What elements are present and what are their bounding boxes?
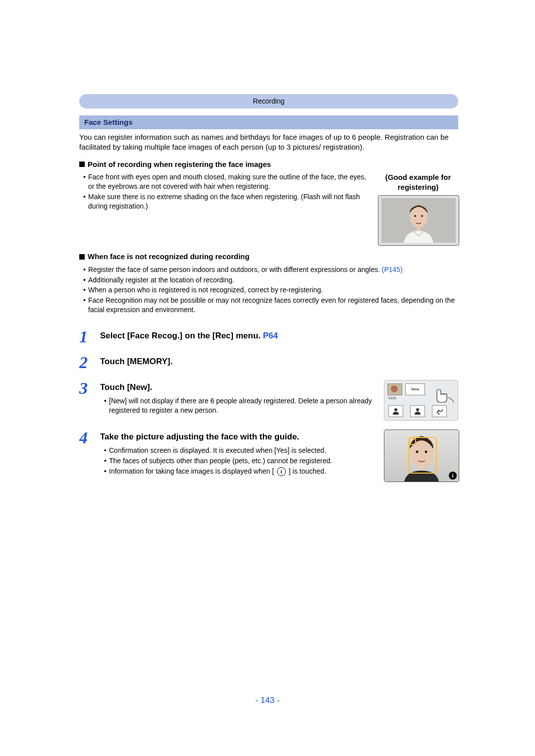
good-example-label: (Good example for registering) <box>378 172 458 193</box>
step-1: 1 Select [Face Recog.] on the [Rec] menu… <box>79 328 458 345</box>
step-number: 4 <box>79 430 94 446</box>
square-bullet-icon <box>79 162 85 167</box>
page-number: - 143 - <box>0 695 535 706</box>
category-header: Recording <box>79 94 458 108</box>
list-item: The faces of subjects other than people … <box>104 456 378 466</box>
list-item: Make sure there is no extreme shading on… <box>83 192 369 211</box>
step-title-text: Select [Face Recog.] on the [Rec] menu. <box>100 331 263 340</box>
list-item: When a person who is registered is not r… <box>83 285 458 295</box>
hand-pointer-icon <box>434 387 456 404</box>
svg-point-3 <box>421 215 423 217</box>
page-link-p64[interactable]: P64 <box>263 331 278 340</box>
sub1-row: Face front with eyes open and mouth clos… <box>79 172 458 246</box>
info-glyph: i <box>280 469 282 475</box>
list-item: Register the face of same person indoors… <box>83 265 458 274</box>
person-icon <box>414 408 422 415</box>
step-title: Select [Face Recog.] on the [Rec] menu. … <box>100 331 278 340</box>
step-3: 3 Touch [New]. [New] will not display if… <box>79 380 458 421</box>
step-title: Touch [New]. <box>100 382 378 393</box>
person-icon <box>392 408 400 415</box>
step3-notes: [New] will not display if there are 6 pe… <box>100 396 378 415</box>
step4-notes: Confirmation screen is displayed. It is … <box>100 446 378 476</box>
return-icon-box <box>432 405 447 417</box>
list-item: Information for taking face images is di… <box>104 467 378 476</box>
example-col: (Good example for registering) <box>378 172 458 246</box>
subhead-point-of-recording: Point of recording when registering the … <box>79 160 458 169</box>
svg-point-6 <box>416 408 419 411</box>
step-number: 2 <box>79 354 94 371</box>
intro-paragraph: You can register information such as nam… <box>79 132 458 153</box>
category-label: Recording <box>253 97 285 105</box>
manual-page: Recording Face Settings You can register… <box>0 0 535 756</box>
step-title: Take the picture adjusting the face with… <box>100 432 378 443</box>
new-button-label: New <box>411 387 419 392</box>
info-icon[interactable]: i <box>449 472 457 480</box>
step-title: Touch [MEMORY]. <box>100 357 172 366</box>
registered-name-label: KEN <box>388 396 396 400</box>
new-button[interactable]: New <box>405 383 425 395</box>
step-body: Select [Face Recog.] on the [Rec] menu. … <box>100 328 458 342</box>
step-4: 4 Take the picture adjusting the face wi… <box>79 430 458 482</box>
ui-bottom-row <box>388 405 447 417</box>
info-icon: i <box>277 467 286 476</box>
info-glyph: i <box>452 472 453 480</box>
subhead-not-recognized: When face is not recognized during recor… <box>79 252 458 262</box>
sub1-bullets-col: Face front with eyes open and mouth clos… <box>79 172 369 216</box>
svg-point-5 <box>394 408 397 411</box>
face-guide-photo: i <box>384 430 459 482</box>
sub2-bullet-list: Register the face of same person indoors… <box>79 265 458 315</box>
person-slot-icon <box>410 405 425 417</box>
steps-list: 1 Select [Face Recog.] on the [Rec] menu… <box>79 328 458 482</box>
step4-illustration: i <box>384 430 458 482</box>
subhead-text: Point of recording when registering the … <box>88 160 271 168</box>
subhead-text: When face is not recognized during recor… <box>88 252 250 261</box>
example-photo <box>378 195 459 246</box>
person-slot-icon <box>388 405 403 417</box>
ui-screenshot-new: New KEN <box>384 380 458 421</box>
note-text-post: ] is touched. <box>289 467 326 475</box>
list-item: Face Recognition may not be possible or … <box>83 296 458 315</box>
page-link-p145[interactable]: (P145) <box>382 266 403 273</box>
face-guide-frame-icon <box>408 437 437 474</box>
step-2: 2 Touch [MEMORY]. <box>79 354 458 371</box>
step3-illustration: New KEN <box>384 380 458 421</box>
section-title-bar: Face Settings <box>79 115 458 129</box>
note-text-pre: Information for taking face images is di… <box>109 467 274 475</box>
svg-point-2 <box>414 215 416 217</box>
example-photo-inner <box>381 199 456 242</box>
list-item: Confirmation screen is displayed. It is … <box>104 446 378 455</box>
step-body: Touch [MEMORY]. <box>100 354 458 368</box>
bullet-text: Register the face of same person indoors… <box>88 266 380 273</box>
person-face-icon <box>381 198 456 243</box>
list-item: Additionally register at the location of… <box>83 275 458 285</box>
square-bullet-icon <box>79 254 85 260</box>
step-number: 1 <box>79 328 94 345</box>
step-number: 3 <box>79 380 94 397</box>
registered-face-thumb <box>387 383 402 395</box>
list-item: [New] will not display if there are 6 pe… <box>104 396 378 415</box>
step-body: Take the picture adjusting the face with… <box>100 430 378 481</box>
sub1-bullet-list: Face front with eyes open and mouth clos… <box>79 172 369 211</box>
list-item: Face front with eyes open and mouth clos… <box>83 172 369 191</box>
section-title: Face Settings <box>84 118 133 126</box>
step-body: Touch [New]. [New] will not display if t… <box>100 380 378 420</box>
return-icon <box>435 408 443 415</box>
